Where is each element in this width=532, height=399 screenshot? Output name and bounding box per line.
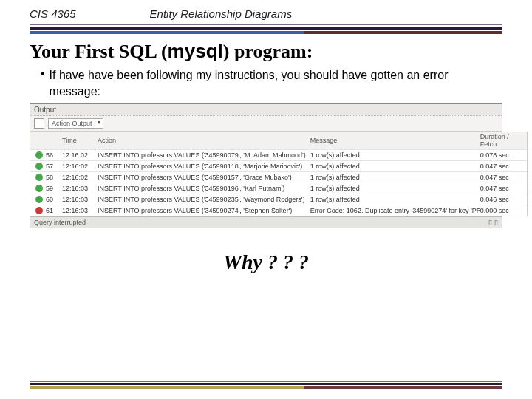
- row-message: 1 row(s) affected: [310, 196, 480, 203]
- footer-icons: ▯ ▯: [488, 219, 498, 226]
- success-icon: [35, 196, 43, 203]
- row-time: 12:16:03: [62, 207, 98, 214]
- why-question: Why ? ? ?: [0, 250, 532, 274]
- row-num: 59: [46, 185, 62, 192]
- grid-row[interactable]: 5912:16:03INSERT INTO professors VALUES …: [30, 183, 527, 194]
- row-action: INSERT INTO professors VALUES ('34599015…: [98, 174, 310, 181]
- row-num: 57: [46, 163, 62, 170]
- row-action: INSERT INTO professors VALUES ('34599027…: [98, 207, 310, 214]
- row-duration: 0.047 sec: [480, 174, 525, 181]
- row-message: 1 row(s) affected: [310, 174, 480, 181]
- bullet-list: • If have have been following my instruc…: [41, 67, 502, 99]
- bullet-text: If have have been following my instructi…: [50, 67, 502, 99]
- grid-row[interactable]: 6012:16:03INSERT INTO professors VALUES …: [30, 194, 527, 205]
- output-footer: Query interrupted ▯ ▯: [30, 216, 502, 228]
- col-duration: Duration / Fetch: [480, 133, 525, 148]
- course-code: CIS 4365: [30, 7, 76, 20]
- bullet-icon: •: [41, 67, 45, 81]
- output-type-dropdown[interactable]: Action Output: [48, 118, 103, 129]
- row-time: 12:16:02: [62, 174, 98, 181]
- grid-row[interactable]: 5612:16:02INSERT INTO professors VALUES …: [30, 150, 527, 161]
- row-duration: 0.078 sec: [480, 151, 525, 159]
- top-divider: [30, 24, 502, 34]
- col-time: Time: [62, 137, 98, 144]
- success-icon: [35, 151, 43, 159]
- error-icon: [35, 207, 43, 214]
- grid-row[interactable]: 5712:16:02INSERT INTO professors VALUES …: [30, 161, 527, 172]
- row-duration: 0.000 sec: [480, 207, 525, 214]
- grid-row[interactable]: 5812:16:02INSERT INTO professors VALUES …: [30, 172, 527, 183]
- success-icon: [35, 163, 43, 170]
- grid-header: Time Action Message Duration / Fetch: [30, 132, 527, 150]
- col-action: Action: [98, 137, 310, 144]
- row-num: 56: [46, 151, 62, 159]
- slide-title: Your First SQL (mysql) program:: [30, 40, 502, 63]
- row-time: 12:16:03: [62, 185, 98, 192]
- row-time: 12:16:02: [62, 163, 98, 170]
- row-time: 12:16:02: [62, 151, 98, 159]
- row-message: 1 row(s) affected: [310, 163, 480, 170]
- row-message: 1 row(s) affected: [310, 185, 480, 192]
- row-duration: 0.046 sec: [480, 196, 525, 203]
- output-toolbar: Action Output: [30, 116, 502, 132]
- row-time: 12:16:03: [62, 196, 98, 203]
- row-num: 58: [46, 174, 62, 181]
- col-message: Message: [310, 137, 480, 144]
- row-action: INSERT INTO professors VALUES ('34599011…: [98, 163, 310, 170]
- success-icon: [35, 174, 43, 181]
- row-duration: 0.047 sec: [480, 185, 525, 192]
- row-action: INSERT INTO professors VALUES ('34599023…: [98, 196, 310, 203]
- row-duration: 0.047 sec: [480, 163, 525, 170]
- footer-status: Query interrupted: [34, 219, 86, 226]
- row-num: 61: [46, 207, 62, 214]
- row-num: 60: [46, 196, 62, 203]
- grid-row[interactable]: 6112:16:03INSERT INTO professors VALUES …: [30, 205, 527, 216]
- success-icon: [35, 185, 43, 192]
- scrollbar[interactable]: [527, 132, 528, 216]
- row-action: INSERT INTO professors VALUES ('34599019…: [98, 185, 310, 192]
- output-panel-label: Output: [30, 104, 502, 116]
- header-title: Entity Relationship Diagrams: [150, 7, 293, 20]
- row-action: INSERT INTO professors VALUES ('34599007…: [98, 151, 310, 159]
- bottom-divider: [30, 381, 502, 389]
- row-message: 1 row(s) affected: [310, 151, 480, 159]
- row-message: Error Code: 1062. Duplicate entry '34599…: [310, 207, 480, 214]
- output-icon[interactable]: [34, 118, 44, 129]
- mysql-output-panel: Output Action Output Time Action Message…: [30, 103, 502, 228]
